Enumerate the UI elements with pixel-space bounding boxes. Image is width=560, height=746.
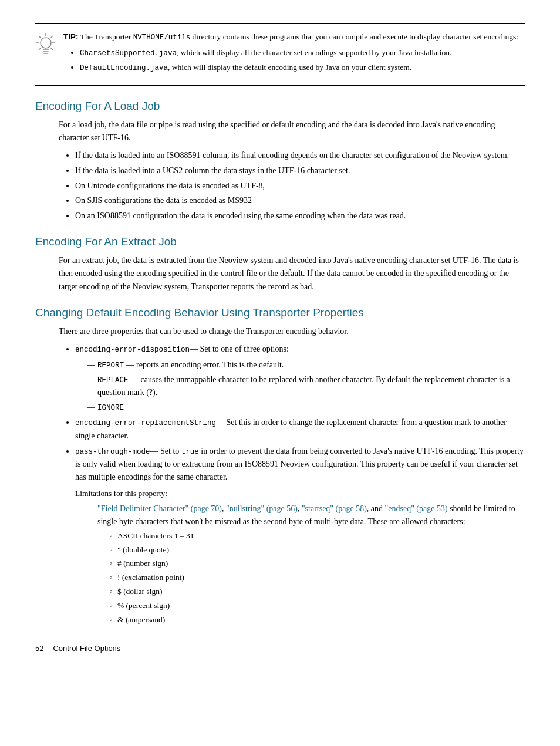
lightbulb-icon (35, 32, 56, 60)
property-encoding-error-disposition: encoding-error-disposition— Set to one o… (75, 343, 525, 414)
load-job-bullet-3: On Unicode configurations the data is en… (75, 180, 525, 193)
tip-icon (35, 32, 56, 60)
allowed-char-dollar: $ (dollar sign) (109, 586, 525, 598)
prop1-sub-list: REPORT — reports an encoding error. This… (87, 359, 525, 414)
limitation-links: "Field Delimiter Character" (page 70), "… (97, 504, 450, 513)
prop3-text-before: — Set to (150, 447, 181, 455)
tip-text-before: The Transporter (80, 32, 133, 41)
section-changing-encoding: Changing Default Encoding Behavior Using… (35, 306, 525, 626)
prop1-text: — Set to one of three options: (190, 345, 289, 353)
section-body-changing-encoding: There are three properties that can be u… (59, 325, 525, 626)
link-endseq[interactable]: "endseq" (page 53) (385, 504, 448, 513)
section-encoding-extract-job: Encoding For An Extract Job For an extra… (35, 235, 525, 293)
svg-line-3 (39, 48, 41, 50)
section-encoding-load-job: Encoding For A Load Job For a load job, … (35, 100, 525, 222)
tip-bullets: CharsetsSupported.java, which will displ… (80, 47, 525, 75)
load-job-bullet-1: If the data is loaded into an ISO88591 c… (75, 149, 525, 162)
allowed-char-ascii: ASCII characters 1 – 31 (109, 530, 525, 542)
tip-bullet-1: CharsetsSupported.java, which will displ… (80, 47, 525, 59)
allowed-char-ampersand: & (ampersand) (109, 614, 525, 626)
allowed-char-exclamation: ! (exclamation point) (109, 572, 525, 584)
load-job-bullet-4: On SJIS configurations the data is encod… (75, 194, 525, 207)
section-heading-changing-encoding: Changing Default Encoding Behavior Using… (35, 306, 525, 319)
changing-encoding-intro: There are three properties that can be u… (59, 325, 525, 338)
link-startseq[interactable]: "startseq" (page 58) (302, 504, 367, 513)
section-body-load-job: For a load job, the data file or pipe is… (59, 119, 525, 222)
load-job-bullet-2: If the data is loaded into a UCS2 column… (75, 164, 525, 177)
prop1-sub-report: REPORT — reports an encoding error. This… (87, 359, 525, 372)
replace-code: REPLACE (97, 376, 129, 384)
allowed-char-percent: % (percent sign) (109, 600, 525, 612)
page-footer: 52 Control File Options (35, 644, 525, 653)
properties-list: encoding-error-disposition— Set to one o… (75, 343, 525, 626)
allowed-char-numbersign: # (number sign) (109, 558, 525, 570)
limitations-label: Limitations for this property: (75, 488, 525, 500)
allowed-chars-list: ASCII characters 1 – 31 " (double quote)… (109, 530, 525, 626)
load-job-bullets: If the data is loaded into an ISO88591 c… (75, 149, 525, 222)
prop3-code: pass-through-mode (75, 448, 150, 456)
section-body-extract-job: For an extract job, the data is extracte… (59, 254, 525, 293)
prop1-sub-replace: REPLACE — causes the unmappable characte… (87, 373, 525, 399)
ignore-code: IGNORE (97, 404, 124, 412)
footer-text: Control File Options (53, 644, 120, 653)
tip-code1: NVTHOME/utils (133, 33, 191, 42)
section-heading-extract-job: Encoding For An Extract Job (35, 235, 525, 248)
svg-line-4 (51, 36, 53, 38)
section-heading-load-job: Encoding For A Load Job (35, 100, 525, 113)
tip-text-after: directory contains these programs that y… (190, 32, 518, 41)
prop2-code: encoding-error-replacementString (75, 419, 216, 427)
prop1-code: encoding-error-disposition (75, 346, 190, 354)
limitations-list: "Field Delimiter Character" (page 70), "… (87, 502, 525, 626)
link-nullstring[interactable]: "nullstring" (page 56) (226, 504, 298, 513)
prop3-code2: true (181, 448, 199, 456)
tip-content: TIP: The Transporter NVTHOME/utils direc… (63, 31, 525, 78)
link-field-delimiter[interactable]: "Field Delimiter Character" (page 70) (97, 504, 222, 513)
load-job-intro: For a load job, the data file or pipe is… (59, 119, 525, 145)
replace-text: — causes the unmappable character to be … (97, 375, 510, 397)
limitation-item-1: "Field Delimiter Character" (page 70), "… (87, 502, 525, 626)
tip-bullet-1-text: , which will display all the character s… (177, 48, 451, 57)
report-text: — reports an encoding error. This is the… (124, 360, 284, 369)
svg-point-7 (41, 38, 51, 48)
tip-label: TIP: (63, 32, 79, 41)
prop1-sub-ignore: IGNORE (87, 401, 525, 414)
tip-bullet-2: DefaultEncoding.java, which will display… (80, 62, 525, 74)
tip-bullet-1-code: CharsetsSupported.java (80, 49, 177, 58)
svg-line-6 (51, 48, 53, 50)
page-number: 52 (35, 644, 43, 653)
report-code: REPORT (97, 362, 124, 370)
tip-box: TIP: The Transporter NVTHOME/utils direc… (35, 23, 525, 86)
property-encoding-error-replacement: encoding-error-replacementString— Set th… (75, 416, 525, 442)
extract-job-intro: For an extract job, the data is extracte… (59, 254, 525, 293)
tip-bullet-2-text: , which will display the default encodin… (168, 63, 411, 72)
allowed-char-doublequote: " (double quote) (109, 544, 525, 556)
svg-line-1 (39, 36, 41, 38)
tip-bullet-2-code: DefaultEncoding.java (80, 64, 168, 72)
load-job-bullet-5: On an ISO88591 configuration the data is… (75, 210, 525, 222)
property-pass-through-mode: pass-through-mode— Set to true in order … (75, 445, 525, 627)
